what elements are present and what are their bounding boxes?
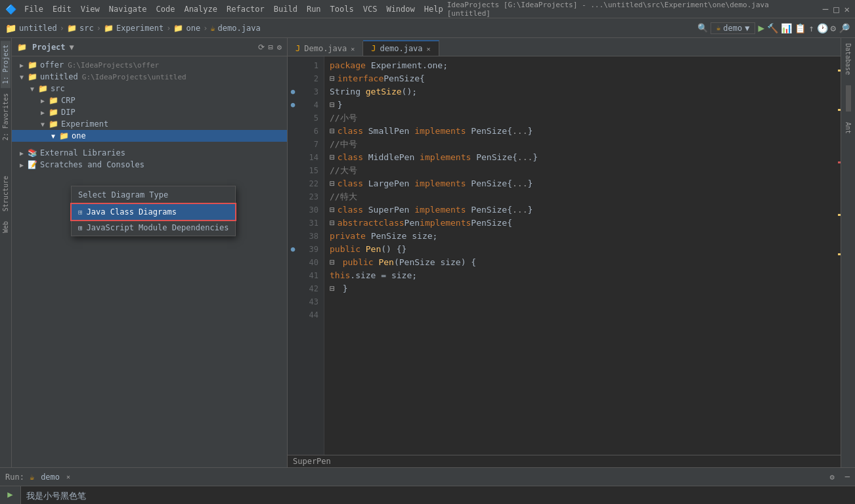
sync-icon[interactable]: ⟳	[258, 43, 265, 52]
context-menu-header: Select Diagram Type	[72, 186, 235, 204]
web-tab[interactable]: Web	[1, 217, 11, 237]
tree-item-src[interactable]: ▼ 📁 src	[12, 83, 287, 94]
tree-item-scratches[interactable]: ▶ 📝 Scratches and Consoles	[12, 159, 287, 171]
breadcrumb-one[interactable]: one	[186, 24, 200, 33]
ant-tab[interactable]: Ant	[843, 119, 853, 136]
menu-edit[interactable]: Edit	[49, 3, 76, 15]
breadcrumb-src[interactable]: src	[79, 24, 94, 33]
menu-file[interactable]: File	[20, 3, 47, 15]
experiment-arrow: ▼	[41, 121, 47, 128]
one-label: one	[72, 131, 86, 140]
run-config-name: demo	[723, 24, 742, 33]
collapse-icon[interactable]: ⊟	[269, 43, 273, 52]
editor-tabs: J Demo.java ✕ J demo.java ✕	[288, 38, 841, 56]
right-side-panel: Database Ant	[841, 38, 855, 467]
favorites-tab[interactable]: 2: Favorites	[1, 89, 11, 144]
offer-arrow: ▶	[20, 62, 26, 69]
editor-content: ● ● ● 1 2 3 4 5 6	[288, 56, 841, 455]
src-folder-icon: 📁	[38, 84, 48, 93]
tree-item-dip[interactable]: ▶ 📁 DIP	[12, 106, 287, 118]
run-config-icon: ☕	[716, 24, 721, 32]
untitled-folder-icon: 📁	[28, 72, 37, 81]
project-sidebar: 📁 Project ▼ ⟳ ⊟ ⚙ ▶ 📁 offer G:\IdeaProje…	[12, 38, 288, 467]
menu-build[interactable]: Build	[270, 3, 301, 15]
run-tab-close[interactable]: ✕	[66, 473, 70, 480]
settings-button[interactable]: ⚙	[831, 23, 836, 33]
scratches-label: Scratches and Consoles	[40, 160, 144, 169]
project-tab[interactable]: 1: Project	[1, 41, 11, 88]
editor-gutter: ● ● ●	[288, 56, 298, 455]
profile-button[interactable]: 📋	[795, 23, 806, 33]
context-menu-js-deps[interactable]: ⊞ JavaScript Module Dependencies	[72, 220, 235, 236]
bc-sep-3: ›	[166, 24, 171, 33]
java-class-diagram-icon: ⊞	[78, 208, 83, 217]
tab-demo-java-capital[interactable]: J Demo.java ✕	[288, 41, 363, 56]
offer-label: offer	[40, 60, 64, 70]
settings-gear-icon[interactable]: ⚙	[277, 43, 282, 52]
tab-close-demo[interactable]: ✕	[427, 45, 431, 52]
menu-tools[interactable]: Tools	[326, 3, 358, 15]
run-config-selector[interactable]: ☕ demo ▼	[711, 22, 756, 34]
gutter-mark-4[interactable]: ●	[291, 98, 296, 112]
structure-tab[interactable]: Structure	[1, 172, 11, 215]
tree-item-offer[interactable]: ▶ 📁 offer G:\IdeaProjects\offer	[12, 59, 287, 71]
search-button[interactable]: 🔎	[839, 23, 850, 33]
context-menu-java-class[interactable]: ⊞ Java Class Diagrams	[72, 204, 235, 220]
menu-navigate[interactable]: Navigate	[105, 3, 151, 15]
java-class-label: Java Class Diagrams	[87, 207, 177, 217]
code-content[interactable]: package Experiment.one; ⊟interface PenSi…	[324, 56, 835, 455]
coverage-button[interactable]: 📊	[781, 23, 792, 33]
one-folder-icon: 📁	[59, 131, 69, 140]
gutter-mark-3[interactable]: ●	[291, 85, 296, 98]
menu-vcs[interactable]: VCS	[359, 3, 382, 15]
run-settings-icon[interactable]: ⚙	[830, 472, 835, 482]
run-demo-icon: ☕	[30, 472, 34, 482]
tree-item-one[interactable]: ▼ 📁 one	[12, 130, 287, 142]
experiment-label: Experiment	[61, 119, 108, 129]
stripe-mark-3	[838, 161, 841, 163]
minimize-button[interactable]: ─	[823, 4, 828, 14]
tab-label-demo: demo.java	[380, 44, 423, 53]
breadcrumb-file[interactable]: demo.java	[218, 24, 261, 33]
menu-window[interactable]: Window	[382, 3, 418, 15]
js-module-icon: ⊞	[78, 224, 83, 232]
tree-item-external-libs[interactable]: ▶ 📚 External Libraries	[12, 147, 287, 159]
run-button[interactable]: ▶	[758, 22, 764, 34]
right-gutter-stripe	[835, 56, 841, 455]
tree-item-untitled[interactable]: ▼ 📁 untitled G:\IdeaProjects\untitled	[12, 71, 287, 83]
menu-code[interactable]: Code	[152, 3, 179, 15]
js-deps-label: JavaScript Module Dependencies	[87, 223, 229, 232]
untitled-arrow: ▼	[20, 74, 26, 81]
update-button[interactable]: ↑	[808, 23, 814, 33]
tree-item-experiment[interactable]: ▼ 📁 Experiment	[12, 118, 287, 130]
menu-refactor[interactable]: Refactor	[223, 3, 269, 15]
menu-help[interactable]: Help	[420, 3, 447, 15]
run-toolbar: ▶ ↑ ↓	[0, 486, 21, 504]
database-tab[interactable]: Database	[843, 41, 853, 77]
run-play-icon[interactable]: ▶	[7, 489, 12, 499]
tree-item-crp[interactable]: ▶ 📁 CRP	[12, 94, 287, 106]
breadcrumb-experiment[interactable]: Experiment	[116, 24, 164, 33]
bottom-panel: Run: ☕ demo ✕ ⚙ ─ ▶ ↑ ↓ 我是小号黑色笔 我是中号红色笔 …	[0, 467, 855, 504]
tab-demo-java[interactable]: J demo.java ✕	[363, 40, 439, 56]
menu-run[interactable]: Run	[303, 3, 325, 15]
gutter-mark-39[interactable]: ●	[291, 243, 296, 256]
run-minimize-icon[interactable]: ─	[845, 472, 850, 482]
menu-analyze[interactable]: Analyze	[180, 3, 221, 15]
untitled-label: untitled	[40, 72, 78, 81]
run-label: Run:	[5, 472, 24, 482]
context-menu: Select Diagram Type ⊞ Java Class Diagram…	[71, 186, 236, 236]
project-folder-icon: 📁	[17, 43, 27, 52]
breadcrumb-untitled[interactable]: untitled	[19, 24, 57, 33]
scratches-arrow: ▶	[20, 161, 26, 169]
sidebar-dropdown-icon[interactable]: ▼	[70, 43, 74, 52]
close-button[interactable]: ✕	[844, 4, 850, 14]
tab-close-demo-capital[interactable]: ✕	[351, 45, 355, 52]
menu-view[interactable]: View	[77, 3, 104, 15]
java-icon: ☕	[210, 24, 215, 33]
search-everywhere-icon[interactable]: 🔍	[697, 23, 708, 33]
build-button[interactable]: 🔨	[767, 23, 778, 33]
history-button[interactable]: 🕐	[817, 23, 828, 33]
sidebar-header-icons: ⟳ ⊟ ⚙	[258, 43, 282, 52]
maximize-button[interactable]: □	[833, 4, 839, 14]
